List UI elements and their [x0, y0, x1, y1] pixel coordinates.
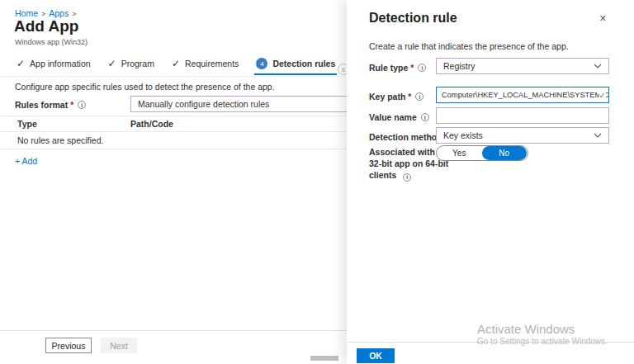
column-header-type: Type: [17, 119, 37, 129]
step-label: Detection rules: [272, 59, 335, 69]
value-name-label-text: Value name: [369, 112, 417, 122]
required-marker: *: [408, 92, 411, 102]
key-path-label: Key path * i: [369, 92, 423, 102]
rule-type-select[interactable]: Registry: [436, 58, 609, 74]
detection-method-value: Key exists: [443, 130, 483, 140]
rules-format-value: Manually configure detection rules: [138, 99, 269, 109]
check-icon: ✓: [17, 58, 25, 69]
key-path-value: Computer\HKEY_LOCAL_MACHINE\SYSTEM\Curre…: [442, 91, 609, 99]
step-label: App information: [30, 59, 91, 69]
blade-description: Configure app specific rules used to det…: [15, 82, 275, 92]
valid-check-icon: ✓: [599, 91, 606, 100]
rule-type-label-text: Rule type: [369, 63, 408, 73]
page-title: Add App: [14, 17, 78, 35]
add-rule-link[interactable]: + Add: [15, 156, 37, 166]
rule-type-label: Rule type * i: [369, 63, 426, 73]
toggle-option-yes[interactable]: Yes: [437, 149, 482, 158]
table-divider: [0, 131, 347, 132]
footer-divider: [0, 330, 347, 331]
panel-title: Detection rule: [369, 11, 457, 26]
key-path-input[interactable]: Computer\HKEY_LOCAL_MACHINE\SYSTEM\Curre…: [436, 87, 609, 103]
check-icon: ✓: [172, 58, 180, 69]
table-divider: [0, 116, 347, 116]
detection-method-label-text: Detection method: [369, 132, 442, 142]
close-icon[interactable]: ✕: [599, 13, 607, 24]
toggle-option-no[interactable]: No: [482, 146, 528, 160]
info-icon[interactable]: i: [418, 64, 426, 72]
check-icon: ✓: [108, 58, 116, 69]
info-icon[interactable]: i: [78, 101, 86, 109]
assoc-32bit-toggle[interactable]: Yes No: [436, 145, 528, 161]
empty-rules-message: No rules are specified.: [17, 135, 103, 145]
info-icon[interactable]: i: [421, 113, 429, 121]
rule-type-value: Registry: [443, 61, 476, 71]
previous-button[interactable]: Previous: [45, 338, 92, 353]
activate-windows-watermark-sub: Go to Settings to activate Windows.: [477, 337, 608, 346]
chevron-down-icon: [594, 64, 602, 69]
step-app-information[interactable]: ✓ App information: [15, 53, 92, 75]
ok-button[interactable]: OK: [357, 348, 395, 363]
step-number-badge: 4: [256, 58, 267, 69]
step-detection-rules[interactable]: 4 Detection rules: [254, 53, 337, 75]
table-divider: [0, 149, 347, 149]
chevron-down-icon: [594, 133, 602, 138]
step-label: Program: [121, 59, 154, 69]
step-requirements[interactable]: ✓ Requirements: [170, 53, 240, 75]
step-program[interactable]: ✓ Program: [106, 53, 156, 75]
rules-format-select[interactable]: Manually configure detection rules: [130, 96, 371, 112]
next-button[interactable]: Next: [101, 338, 137, 353]
info-icon[interactable]: i: [415, 92, 423, 101]
step-label: Requirements: [185, 59, 239, 69]
required-marker: *: [410, 63, 414, 73]
required-marker: *: [70, 100, 73, 110]
key-path-label-text: Key path: [369, 92, 405, 102]
value-name-input[interactable]: [436, 107, 609, 124]
panel-description: Create a rule that indicates the presenc…: [369, 41, 569, 51]
info-icon[interactable]: i: [403, 173, 411, 182]
rules-format-label-text: Rules format: [15, 100, 68, 110]
detection-rule-panel: Detection rule ✕ Create a rule that indi…: [347, 0, 634, 364]
horizontal-scrollbar[interactable]: [310, 356, 338, 361]
value-name-label: Value name i: [369, 112, 429, 122]
rules-format-label: Rules format * i: [15, 100, 86, 110]
page-subtitle: Windows app (Win32): [15, 38, 88, 46]
activate-windows-watermark: Activate Windows: [477, 322, 575, 336]
detection-method-select[interactable]: Key exists: [436, 127, 609, 144]
tabs-divider: [0, 76, 347, 77]
column-header-path-code: Path/Code: [130, 119, 173, 129]
